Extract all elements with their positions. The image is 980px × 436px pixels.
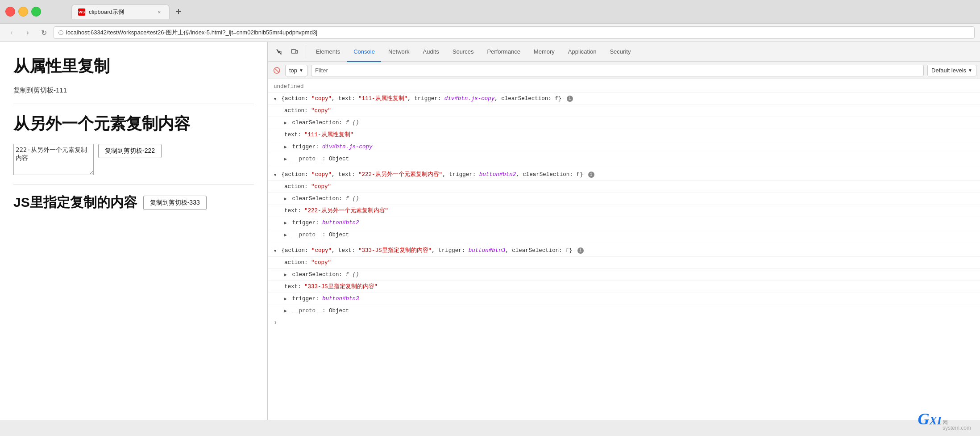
console-line: ▶ __proto__: Object [268, 305, 980, 317]
console-line: ▶ {action: "copy", text: "111-从属性复制", tr… [268, 93, 980, 105]
console-toolbar: 🚫 top ▼ Default levels ▼ [268, 62, 980, 79]
console-line: ▶ trigger: div#btn.js-copy [268, 141, 980, 153]
close-button[interactable] [5, 7, 15, 17]
forward-button[interactable]: › [21, 26, 34, 39]
back-button[interactable]: ‹ [5, 26, 18, 39]
devtools-panel: Elements Console Network Audits Sources … [268, 42, 980, 420]
tab-memory[interactable]: Memory [527, 42, 561, 62]
expand-icon[interactable]: ▶ [284, 308, 287, 315]
tab-close-button[interactable]: × [156, 8, 163, 16]
tab-application[interactable]: Application [562, 42, 603, 62]
console-line: text: "333-JS里指定复制的内容" [268, 281, 980, 293]
expand-icon[interactable]: ▶ [271, 250, 278, 252]
traffic-lights [5, 7, 41, 17]
expand-icon[interactable]: ▶ [271, 174, 278, 176]
active-tab[interactable]: WS clipboard示例 × [71, 4, 170, 19]
divider2 [13, 184, 254, 184]
section3-title: JS里指定复制的内容 [13, 193, 137, 212]
section3-row: JS里指定复制的内容 复制到剪切板-333 [13, 193, 254, 212]
new-tab-button[interactable] [171, 4, 186, 19]
tab-elements[interactable]: Elements [310, 42, 346, 62]
expand-icon[interactable]: ▶ [284, 120, 287, 127]
address-bar: ‹ › ↻ ⓘ localhost:63342/testWorkspace/te… [0, 23, 980, 42]
copy-btn-222[interactable]: 复制到剪切板-222 [98, 144, 162, 158]
watermark: G XI 网 system.com [918, 410, 971, 431]
info-icon: i [567, 96, 573, 102]
tab-console[interactable]: Console [347, 42, 381, 62]
console-filter-input[interactable] [311, 65, 924, 76]
expand-icon[interactable]: ▶ [271, 98, 278, 101]
tab-title: clipboard示例 [89, 8, 152, 16]
svg-rect-1 [176, 11, 181, 12]
tab-network[interactable]: Network [382, 42, 416, 62]
console-spacer [268, 165, 980, 169]
watermark-xi: XI [930, 414, 942, 428]
reload-button[interactable]: ↻ [37, 26, 50, 39]
info-icon: i [577, 247, 584, 254]
console-prompt[interactable]: › [268, 317, 980, 328]
console-line: text: "222-从另外一个元素复制内容" [268, 205, 980, 217]
svg-rect-3 [296, 50, 298, 53]
console-line: action: "copy" [268, 257, 980, 269]
expand-icon[interactable]: ▶ [284, 232, 287, 239]
tab-audits[interactable]: Audits [417, 42, 445, 62]
levels-chevron-icon: ▼ [968, 68, 972, 73]
expand-icon[interactable]: ▶ [284, 272, 287, 279]
console-line: ▶ trigger: button#btn2 [268, 217, 980, 229]
expand-icon[interactable]: ▶ [284, 156, 287, 163]
prompt-arrow-icon: › [274, 319, 277, 326]
expand-icon[interactable]: ▶ [284, 220, 287, 227]
console-line: ▶ __proto__: Object [268, 153, 980, 165]
default-levels-selector[interactable]: Default levels ▼ [927, 65, 976, 76]
copy-btn-333[interactable]: 复制到剪切板-333 [143, 196, 207, 210]
expand-icon[interactable]: ▶ [284, 196, 287, 203]
inspect-element-icon[interactable] [273, 45, 286, 59]
console-line: text: "111-从属性复制" [268, 129, 980, 141]
console-line: ▶ clearSelection: f () [268, 269, 980, 281]
console-line: ▶ clearSelection: f () [268, 117, 980, 129]
console-line: ▶ {action: "copy", text: "333-JS里指定复制的内容… [268, 245, 980, 257]
section2-row: 222-从另外一个元素复制内容 复制到剪切板-222 [13, 144, 254, 175]
console-spacer [268, 241, 980, 245]
security-icon: ⓘ [58, 29, 63, 36]
info-icon: i [588, 172, 594, 178]
tab-security[interactable]: Security [603, 42, 637, 62]
svg-rect-2 [291, 50, 296, 53]
section1-title: 从属性里复制 [13, 55, 254, 77]
tab-sources[interactable]: Sources [446, 42, 480, 62]
section2-title: 从另外一个元素复制内容 [13, 113, 254, 135]
console-line: ▶ __proto__: Object [268, 229, 980, 241]
section1-copy-text: 复制到剪切板-111 [13, 86, 254, 95]
watermark-system: system.com [943, 425, 971, 431]
browser-chrome: WS clipboard示例 × ‹ › ↻ ⓘ localhost:63342… [0, 0, 980, 42]
console-line: action: "copy" [268, 181, 980, 193]
title-bar: WS clipboard示例 × [0, 0, 980, 23]
divider1 [13, 104, 254, 104]
expand-icon[interactable]: ▶ [284, 144, 287, 151]
console-line: undefined [268, 81, 980, 93]
context-value: top [289, 67, 297, 74]
console-line: ▶ clearSelection: f () [268, 193, 980, 205]
devtools-tabs: Elements Console Network Audits Sources … [268, 42, 980, 62]
console-line: action: "copy" [268, 105, 980, 117]
url-text: localhost:63342/testWorkspace/test26-图片上… [66, 29, 317, 37]
tab-performance[interactable]: Performance [481, 42, 526, 62]
minimize-button[interactable] [18, 7, 28, 17]
url-bar[interactable]: ⓘ localhost:63342/testWorkspace/test26-图… [54, 26, 975, 39]
section2-textarea[interactable]: 222-从另外一个元素复制内容 [13, 144, 94, 175]
devtools-icons [273, 45, 306, 59]
console-line: ▶ {action: "copy", text: "222-从另外一个元素复制内… [268, 169, 980, 181]
watermark-g: G [918, 410, 930, 428]
console-output[interactable]: undefined ▶ {action: "copy", text: "111-… [268, 79, 980, 420]
main-area: 从属性里复制 复制到剪切板-111 从另外一个元素复制内容 222-从另外一个元… [0, 42, 980, 420]
clear-console-icon[interactable]: 🚫 [272, 66, 282, 75]
device-toggle-icon[interactable] [288, 45, 301, 59]
console-line: ▶ trigger: button#btn3 [268, 293, 980, 305]
expand-icon[interactable]: ▶ [284, 296, 287, 303]
maximize-button[interactable] [31, 7, 41, 17]
tab-favicon: WS [78, 8, 85, 16]
default-levels-label: Default levels [931, 67, 966, 74]
context-selector[interactable]: top ▼ [285, 65, 307, 76]
context-chevron-icon: ▼ [299, 68, 303, 73]
page-content: 从属性里复制 复制到剪切板-111 从另外一个元素复制内容 222-从另外一个元… [0, 42, 268, 420]
